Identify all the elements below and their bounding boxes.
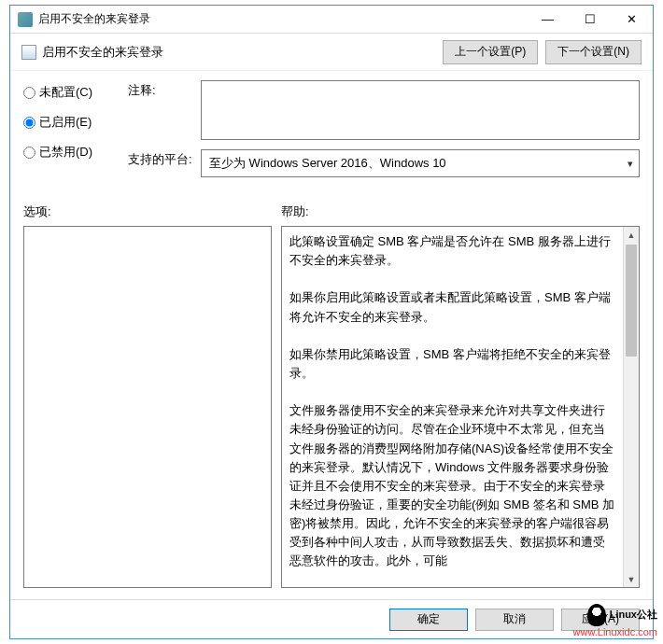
fields-column: 注释: 支持的平台: 至少为 Windows Server 2016、Windo…: [128, 80, 640, 187]
minimize-button[interactable]: —: [527, 6, 569, 33]
section-labels: 选项: 帮助:: [23, 203, 640, 220]
titlebar: 启用不安全的来宾登录 — ☐ ✕: [10, 6, 653, 34]
help-pane: 此策略设置确定 SMB 客户端是否允许在 SMB 服务器上进行不安全的来宾登录。…: [281, 226, 640, 588]
comment-row: 注释:: [128, 80, 640, 140]
radio-enabled[interactable]: 已启用(E): [23, 114, 117, 131]
platform-label: 支持的平台:: [128, 149, 193, 168]
radio-disabled-label: 已禁用(D): [39, 144, 92, 161]
help-scrollbar[interactable]: ▲ ▼: [623, 227, 639, 587]
window-buttons: — ☐ ✕: [527, 6, 653, 33]
radio-enabled-input[interactable]: [23, 117, 35, 129]
window-title: 启用不安全的来宾登录: [38, 11, 527, 27]
policy-icon: [21, 45, 36, 60]
chevron-down-icon: ▾: [628, 158, 633, 170]
comment-input[interactable]: [201, 80, 640, 140]
scroll-down-icon[interactable]: ▼: [624, 571, 639, 587]
radio-not-configured[interactable]: 未配置(C): [23, 84, 117, 101]
apply-button[interactable]: 应用(A): [561, 609, 640, 631]
options-pane: [23, 226, 272, 588]
radio-disabled[interactable]: 已禁用(D): [23, 144, 117, 161]
help-label: 帮助:: [281, 203, 309, 220]
supported-platform-value: 至少为 Windows Server 2016、Windows 10: [209, 155, 446, 172]
policy-name: 启用不安全的来宾登录: [42, 44, 163, 61]
dialog-footer: 确定 取消 应用(A): [10, 599, 653, 638]
supported-platform-select[interactable]: 至少为 Windows Server 2016、Windows 10 ▾: [201, 149, 640, 177]
scroll-track[interactable]: [624, 243, 639, 571]
scroll-thumb[interactable]: [626, 245, 637, 357]
options-label: 选项:: [23, 203, 281, 220]
ok-button[interactable]: 确定: [389, 609, 468, 631]
panes: 此策略设置确定 SMB 客户端是否允许在 SMB 服务器上进行不安全的来宾登录。…: [23, 226, 640, 588]
next-setting-button[interactable]: 下一个设置(N): [545, 40, 642, 64]
platform-row: 支持的平台: 至少为 Windows Server 2016、Windows 1…: [128, 149, 640, 177]
radio-not-configured-label: 未配置(C): [39, 84, 92, 101]
close-button[interactable]: ✕: [611, 6, 653, 33]
upper-section: 未配置(C) 已启用(E) 已禁用(D) 注释: 支持的平台:: [23, 80, 640, 187]
maximize-button[interactable]: ☐: [569, 6, 611, 33]
scroll-up-icon[interactable]: ▲: [624, 227, 639, 243]
help-text: 此策略设置确定 SMB 客户端是否允许在 SMB 服务器上进行不安全的来宾登录。…: [282, 227, 623, 587]
state-radio-group: 未配置(C) 已启用(E) 已禁用(D): [23, 80, 117, 187]
dialog-body: 未配置(C) 已启用(E) 已禁用(D) 注释: 支持的平台:: [10, 71, 653, 599]
comment-label: 注释:: [128, 80, 193, 99]
app-icon: [18, 12, 33, 27]
radio-disabled-input[interactable]: [23, 147, 35, 159]
radio-not-configured-input[interactable]: [23, 87, 35, 99]
toolbar: 启用不安全的来宾登录 上一个设置(P) 下一个设置(N): [10, 34, 653, 71]
dialog-window: 启用不安全的来宾登录 — ☐ ✕ 启用不安全的来宾登录 上一个设置(P) 下一个…: [9, 5, 654, 639]
cancel-button[interactable]: 取消: [475, 609, 554, 631]
previous-setting-button[interactable]: 上一个设置(P): [443, 40, 538, 64]
radio-enabled-label: 已启用(E): [39, 114, 92, 131]
